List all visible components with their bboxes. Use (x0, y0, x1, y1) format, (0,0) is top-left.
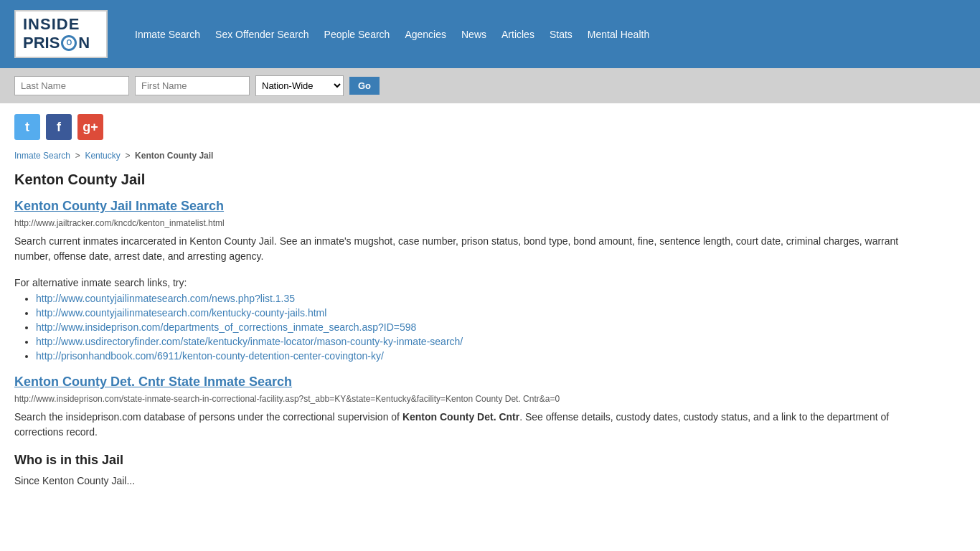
logo-pris: PRIS (23, 34, 60, 52)
logo-line1: INSIDE (23, 16, 99, 33)
alt-link-3[interactable]: http://www.insideprison.com/departments_… (36, 321, 416, 333)
section1-url: http://www.jailtracker.com/kncdc/kenton_… (14, 218, 918, 228)
alt-links-section: For alternative inmate search links, try… (14, 277, 918, 362)
list-item: http://www.insideprison.com/departments_… (36, 321, 918, 333)
section1-heading-link[interactable]: Kenton County Jail Inmate Search (14, 199, 224, 213)
nav-agencies[interactable]: Agencies (399, 26, 452, 43)
last-name-input[interactable] (14, 76, 129, 95)
section2-desc-start: Search the insideprison.com database of … (14, 411, 402, 423)
search-go-button[interactable]: Go (349, 77, 380, 95)
nav-news[interactable]: News (456, 26, 492, 43)
alt-links-intro: For alternative inmate search links, try… (14, 277, 918, 288)
breadcrumb: Inmate Search > Kentucky > Kenton County… (14, 151, 918, 161)
breadcrumb-kentucky[interactable]: Kentucky (85, 151, 120, 161)
nav-mental-health[interactable]: Mental Health (582, 26, 655, 43)
list-item: http://www.countyjailinmatesearch.com/ke… (36, 307, 918, 319)
section1-heading: Kenton County Jail Inmate Search (14, 199, 918, 214)
facebook-icon[interactable]: f (46, 114, 72, 140)
googleplus-icon[interactable]: g+ (77, 114, 103, 140)
section1-description: Search current inmates incarcerated in K… (14, 234, 918, 264)
logo-line2: PRISON (23, 34, 99, 52)
logo-o-icon: O (61, 35, 77, 51)
nav-articles[interactable]: Articles (496, 26, 540, 43)
section-who-is-in-jail: Who is in this Jail Since Kenton County … (14, 453, 918, 489)
list-item: http://www.countyjailinmatesearch.com/ne… (36, 293, 918, 304)
alt-link-5[interactable]: http://prisonhandbook.com/6911/kenton-co… (36, 350, 384, 362)
nav-sex-offender-search[interactable]: Sex Offender Search (209, 26, 314, 43)
section2-url: http://www.insideprison.com/state-inmate… (14, 394, 918, 404)
first-name-input[interactable] (135, 76, 250, 95)
section2-desc-bold: Kenton County Det. Cntr (402, 411, 519, 423)
main-nav: Inmate Search Sex Offender Search People… (129, 26, 655, 43)
site-header: INSIDE PRISON Inmate Search Sex Offender… (0, 0, 980, 68)
twitter-icon[interactable]: t (14, 114, 40, 140)
section2-description: Search the insideprison.com database of … (14, 410, 918, 440)
page-title: Kenton County Jail (14, 171, 918, 188)
section2-heading-link[interactable]: Kenton County Det. Cntr State Inmate Sea… (14, 375, 292, 389)
section-det-cntr-search: Kenton County Det. Cntr State Inmate Sea… (14, 375, 918, 440)
alt-link-1[interactable]: http://www.countyjailinmatesearch.com/ne… (36, 293, 295, 304)
breadcrumb-current: Kenton County Jail (135, 151, 213, 161)
section3-desc-start: Since Kenton County Jail (14, 475, 126, 486)
section3-heading: Who is in this Jail (14, 453, 918, 468)
section2-heading: Kenton County Det. Cntr State Inmate Sea… (14, 375, 918, 390)
main-content: Inmate Search > Kentucky > Kenton County… (0, 147, 933, 516)
logo-n: N (78, 34, 90, 52)
nav-stats[interactable]: Stats (544, 26, 578, 43)
state-select[interactable]: Nation-Wide Alabama Alaska Arizona Arkan… (255, 75, 344, 96)
alt-links-list: http://www.countyjailinmatesearch.com/ne… (36, 293, 918, 362)
site-logo[interactable]: INSIDE PRISON (14, 10, 108, 57)
section3-description: Since Kenton County Jail... (14, 474, 918, 489)
breadcrumb-inmate-search[interactable]: Inmate Search (14, 151, 70, 161)
alt-link-2[interactable]: http://www.countyjailinmatesearch.com/ke… (36, 307, 326, 319)
nav-inmate-search[interactable]: Inmate Search (129, 26, 206, 43)
section-jail-inmate-search: Kenton County Jail Inmate Search http://… (14, 199, 918, 264)
alt-link-4[interactable]: http://www.usdirectoryfinder.com/state/k… (36, 336, 463, 347)
list-item: http://prisonhandbook.com/6911/kenton-co… (36, 350, 918, 362)
list-item: http://www.usdirectoryfinder.com/state/k… (36, 336, 918, 347)
nav-people-search[interactable]: People Search (319, 26, 396, 43)
search-bar: Nation-Wide Alabama Alaska Arizona Arkan… (0, 68, 980, 103)
social-icons-container: t f g+ (0, 103, 980, 147)
